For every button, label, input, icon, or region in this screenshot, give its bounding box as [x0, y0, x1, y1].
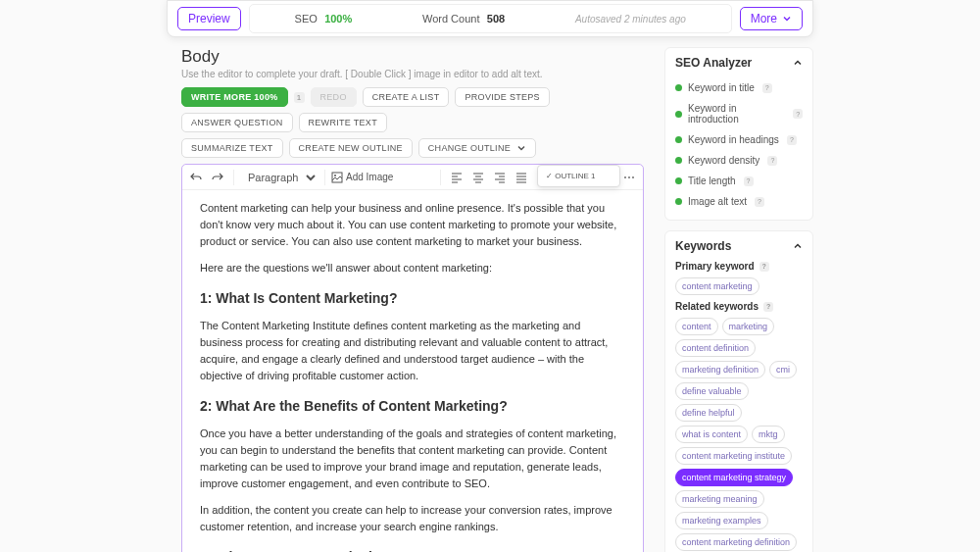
keyword-tag[interactable]: content marketing — [675, 277, 760, 295]
align-right-icon[interactable] — [490, 168, 510, 187]
primary-keyword-label: Primary keyword ? — [675, 261, 803, 272]
image-icon — [331, 172, 343, 183]
add-image-label: Add Image — [346, 172, 393, 182]
keywords-panel: Keywords Primary keyword ? content marke… — [664, 230, 813, 552]
chevron-up-icon — [793, 58, 803, 68]
seo-metric: SEO 100% — [295, 12, 353, 25]
redo-icon[interactable] — [208, 168, 227, 187]
create-new-outline-button[interactable]: CREATE NEW OUTLINE — [289, 138, 413, 158]
keyword-tag[interactable]: content definition — [675, 339, 756, 357]
keywords-panel-header[interactable]: Keywords — [675, 239, 803, 253]
section-subtitle: Use the editor to complete your draft. [… — [181, 69, 644, 79]
paragraph: In addition, the content you create can … — [200, 502, 625, 535]
wordcount-label: Word Count — [422, 13, 480, 25]
redo-button: REDO — [311, 87, 357, 107]
seo-item-label: Keyword density — [688, 155, 760, 166]
align-center-icon[interactable] — [468, 168, 488, 187]
keyword-tag[interactable]: content marketing institute — [675, 447, 792, 465]
svg-point-1 — [334, 175, 336, 176]
heading: 1: What Is Content Marketing? — [200, 288, 625, 310]
paragraph: Content marketing can help your business… — [200, 200, 625, 250]
write-badge: 1 — [294, 92, 305, 103]
change-outline-label: CHANGE OUTLINE — [428, 143, 511, 153]
paragraph-select[interactable]: Paragraph — [240, 169, 318, 186]
status-dot-icon — [675, 177, 682, 184]
action-row-1: WRITE MORE 100% 1 REDO CREATE A LIST PRO… — [181, 87, 644, 132]
more-options-icon[interactable]: ⋯ — [619, 168, 639, 187]
align-justify-icon[interactable] — [512, 168, 531, 187]
keyword-tag[interactable]: content marketing strategy — [675, 469, 793, 486]
outline-dropdown[interactable]: ✓ OUTLINE 1 — [537, 165, 620, 187]
info-icon: ? — [763, 302, 773, 312]
keyword-tag[interactable]: marketing — [722, 318, 775, 335]
more-label: More — [751, 12, 777, 25]
paragraph: The Content Marketing Institute defines … — [200, 318, 625, 384]
info-icon: ? — [762, 83, 772, 93]
seo-item: Title length? — [675, 171, 803, 191]
right-sidebar: SEO Analyzer Keyword in title?Keyword in… — [664, 47, 813, 552]
metrics-bar: SEO 100% Word Count 508 Autosaved 2 minu… — [249, 4, 732, 33]
seo-item-label: Title length — [688, 176, 736, 186]
provide-steps-button[interactable]: PROVIDE STEPS — [455, 87, 549, 107]
info-icon: ? — [793, 109, 803, 119]
info-icon: ? — [760, 262, 769, 272]
outline-option-1[interactable]: ✓ OUTLINE 1 — [546, 172, 612, 180]
add-image-button[interactable]: Add Image — [331, 172, 393, 183]
keyword-tag[interactable]: marketing meaning — [675, 490, 764, 508]
keyword-tag[interactable]: cmi — [769, 361, 797, 378]
keyword-tag[interactable]: define valuable — [675, 382, 749, 400]
keyword-tag[interactable]: content — [675, 318, 718, 335]
primary-keyword-tags: content marketing — [675, 277, 803, 295]
keyword-tag[interactable]: marketing examples — [675, 512, 768, 529]
divider — [440, 170, 441, 185]
more-button[interactable]: More — [740, 7, 803, 30]
chevron-down-icon — [782, 14, 792, 24]
seo-analyzer-panel: SEO Analyzer Keyword in title?Keyword in… — [664, 47, 813, 221]
top-bar: Preview SEO 100% Word Count 508 Autosave… — [167, 0, 813, 37]
undo-icon[interactable] — [186, 168, 206, 187]
wordcount-value: 508 — [487, 13, 505, 25]
main-editor-area: Body Use the editor to complete your dra… — [181, 47, 644, 552]
seo-items: Keyword in title?Keyword in introduction… — [675, 77, 803, 212]
seo-item-label: Keyword in title — [688, 82, 755, 93]
seo-item-label: Image alt text — [688, 196, 747, 207]
keyword-tag[interactable]: define helpful — [675, 404, 742, 422]
seo-item: Keyword in headings? — [675, 129, 803, 150]
preview-button[interactable]: Preview — [177, 7, 241, 30]
editor-content[interactable]: Content marketing can help your business… — [182, 190, 643, 552]
seo-item: Keyword density? — [675, 150, 803, 171]
summarize-text-button[interactable]: SUMMARIZE TEXT — [181, 138, 283, 158]
seo-item: Image alt text? — [675, 191, 803, 212]
paragraph: Once you have a better understanding of … — [200, 426, 625, 492]
keywords-panel-title: Keywords — [675, 239, 731, 253]
seo-value: 100% — [324, 13, 352, 25]
keyword-tag[interactable]: mktg — [752, 426, 785, 443]
seo-item-label: Keyword in introduction — [688, 103, 785, 125]
status-dot-icon — [675, 157, 682, 164]
create-list-button[interactable]: CREATE A LIST — [363, 87, 450, 107]
info-icon: ? — [787, 135, 797, 145]
write-more-button[interactable]: WRITE MORE 100% — [181, 87, 288, 107]
keyword-tag[interactable]: content marketing definition — [675, 533, 797, 551]
keyword-tag[interactable]: what is content — [675, 426, 748, 443]
status-dot-icon — [675, 84, 682, 91]
status-dot-icon — [675, 111, 682, 118]
autosave-text: Autosaved 2 minutes ago — [575, 14, 686, 25]
editor: Paragraph Add Image B I U ⋯ ✓ OUTLINE 1 … — [181, 164, 644, 552]
action-row-2: SUMMARIZE TEXT CREATE NEW OUTLINE CHANGE… — [181, 138, 644, 158]
paragraph: Here are the questions we'll answer abou… — [200, 260, 625, 276]
seo-panel-header[interactable]: SEO Analyzer — [675, 56, 803, 70]
divider — [324, 170, 325, 185]
rewrite-text-button[interactable]: REWRITE TEXT — [299, 113, 387, 132]
status-dot-icon — [675, 136, 682, 143]
seo-label: SEO — [295, 13, 318, 25]
change-outline-button[interactable]: CHANGE OUTLINE — [418, 138, 536, 158]
wordcount-metric: Word Count 508 — [422, 12, 505, 25]
seo-item: Keyword in introduction? — [675, 98, 803, 129]
section-title: Body — [181, 47, 644, 67]
align-left-icon[interactable] — [447, 168, 466, 187]
keyword-tag[interactable]: marketing definition — [675, 361, 765, 378]
answer-question-button[interactable]: ANSWER QUESTION — [181, 113, 293, 132]
seo-item: Keyword in title? — [675, 77, 803, 98]
heading: 3: What Is Content Marketing Strategy? — [200, 547, 625, 552]
